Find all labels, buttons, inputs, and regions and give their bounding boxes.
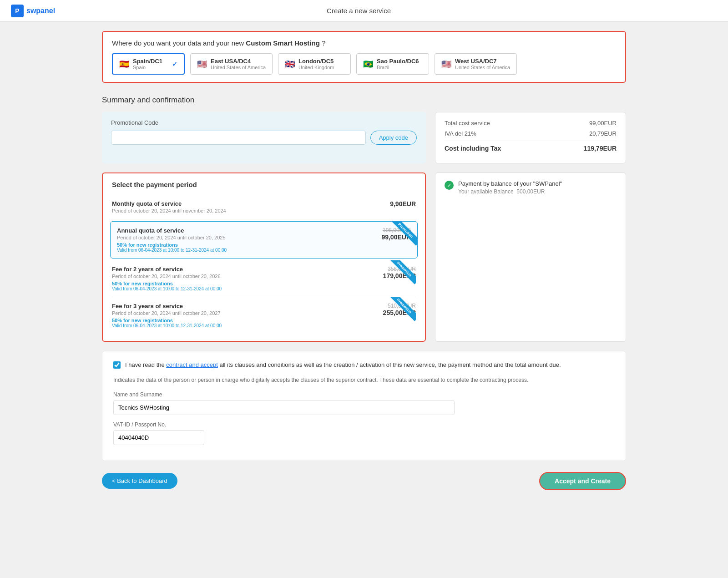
promo-input[interactable] <box>111 131 366 145</box>
discount-label-2year: 50% for new registrations <box>112 281 222 286</box>
main-content: Where do you want your data and your new… <box>91 22 637 508</box>
location-option-dc7[interactable]: 🇺🇸 West USA/DC7 United States of America <box>435 53 517 75</box>
balance-info: Payment by balance of your "SWPanel" You… <box>458 180 562 195</box>
loc-name-dc6: Sao Paulo/DC6 <box>377 58 419 65</box>
name-label: Name and Surname <box>113 391 615 398</box>
cost-total-service-label: Total cost service <box>445 120 490 127</box>
summary-section-title: Summary and confirmation <box>102 96 626 105</box>
period-header-annual: Annual quota of service Period of octobe… <box>117 227 411 253</box>
flag-spain: 🇪🇸 <box>119 59 129 69</box>
check-circle-icon: ✓ <box>445 181 454 190</box>
loc-country-dc7: United States of America <box>455 65 510 70</box>
period-right-annual: 198,00EUR 99,00EUR <box>381 227 411 241</box>
period-left-2year: Fee for 2 years of service Period of oct… <box>112 266 222 291</box>
loc-name-dc5: London/DC5 <box>298 58 334 65</box>
promo-input-row: Apply code <box>111 131 417 145</box>
topbar: P swpanel Create a new service <box>0 0 728 22</box>
period-left-3year: Fee for 3 years of service Period of oct… <box>112 303 222 328</box>
loc-country-dc5: United Kingdom <box>298 65 334 70</box>
footer-buttons: < Back to Dashboard Accept and Create <box>102 472 626 499</box>
loc-country-dc4: United States of America <box>211 65 266 70</box>
period-dates-monthly: Period of october 20, 2024 until novembe… <box>112 208 226 213</box>
flag-brazil: 🇧🇷 <box>363 59 373 69</box>
back-to-dashboard-button[interactable]: < Back to Dashboard <box>102 473 177 489</box>
discount-valid-2year: Valid from 06-04-2023 at 10:00 to 12-31-… <box>112 286 222 291</box>
accept-create-button[interactable]: Accept and Create <box>539 472 626 490</box>
apply-code-button[interactable]: Apply code <box>370 131 417 145</box>
balance-box: ✓ Payment by balance of your "SWPanel" Y… <box>435 172 626 342</box>
period-right-monthly: 9,90EUR <box>390 200 416 208</box>
period-option-annual[interactable]: Annual quota of service Period of octobe… <box>110 221 418 259</box>
location-option-dc6[interactable]: 🇧🇷 Sao Paulo/DC6 Brazil <box>356 53 429 75</box>
period-option-3year[interactable]: Fee for 3 years of service Period of oct… <box>112 297 416 334</box>
loc-info-dc6: Sao Paulo/DC6 Brazil <box>377 58 419 70</box>
loc-info-dc1: Spain/DC1 Spain <box>133 58 162 70</box>
period-right-3year: 510,00EUR 255,00EUR <box>383 303 416 316</box>
contract-box: I have read the contract and accept all … <box>102 351 626 461</box>
loc-name-dc7: West USA/DC7 <box>455 58 510 65</box>
period-option-2year[interactable]: Fee for 2 years of service Period of oct… <box>112 260 416 297</box>
location-question: Where do you want your data and your new… <box>112 39 616 47</box>
cost-tax-value: 119,79EUR <box>584 145 617 152</box>
cost-iva-value: 20,79EUR <box>589 130 617 137</box>
loc-name-dc1: Spain/DC1 <box>133 58 162 65</box>
period-header-3year: Fee for 3 years of service Period of oct… <box>112 303 416 328</box>
period-option-monthly[interactable]: Monthly quota of service Period of octob… <box>112 195 416 219</box>
period-left-monthly: Monthly quota of service Period of octob… <box>112 200 226 213</box>
loc-info-dc4: East USA/DC4 United States of America <box>211 58 266 70</box>
name-form-row: Name and Surname <box>113 391 615 415</box>
period-dates-3year: Period of october 20, 2024 until october… <box>112 310 222 316</box>
period-dates-annual: Period of october 20, 2024 until october… <box>117 235 227 240</box>
logo-icon: P <box>11 5 24 17</box>
period-right-2year: 358,00EUR 179,00EUR <box>383 266 416 279</box>
period-name-3year: Fee for 3 years of service <box>112 303 222 309</box>
name-input[interactable] <box>113 400 455 415</box>
period-name-annual: Annual quota of service <box>117 227 227 234</box>
loc-country-dc1: Spain <box>133 65 162 70</box>
location-option-dc5[interactable]: 🇬🇧 London/DC5 United Kingdom <box>278 53 351 75</box>
period-price-3year: 255,00EUR <box>383 309 416 316</box>
payment-period-title: Select the payment period <box>112 181 416 188</box>
discount-label-3year: 50% for new registrations <box>112 318 222 323</box>
flag-uk: 🇬🇧 <box>285 59 295 69</box>
promo-label: Promotional Code <box>111 119 417 126</box>
cost-iva-row: IVA del 21% 20,79EUR <box>445 130 617 137</box>
discount-label-annual: 50% for new registrations <box>117 242 227 248</box>
period-price-2year: 179,00EUR <box>383 272 416 279</box>
location-options: 🇪🇸 Spain/DC1 Spain ✓ 🇺🇸 East USA/DC4 Uni… <box>112 53 616 75</box>
logo[interactable]: P swpanel <box>11 5 55 17</box>
vat-form-row: VAT-ID / Passport No. <box>113 421 615 445</box>
discount-valid-annual: Valid from 06-04-2023 at 10:00 to 12-31-… <box>117 248 227 253</box>
cost-iva-label: IVA del 21% <box>445 130 476 137</box>
selected-check-icon: ✓ <box>172 61 177 68</box>
period-name-2year: Fee for 2 years of service <box>112 266 222 273</box>
period-header-2year: Fee for 2 years of service Period of oct… <box>112 266 416 291</box>
period-left-annual: Annual quota of service Period of octobe… <box>117 227 227 253</box>
cost-total-service-row: Total cost service 99,00EUR <box>445 120 617 127</box>
contract-note: Indicates the data of the person or pers… <box>113 376 615 384</box>
period-header-monthly: Monthly quota of service Period of octob… <box>112 200 416 213</box>
period-name-monthly: Monthly quota of service <box>112 200 226 207</box>
cost-box: Total cost service 99,00EUR IVA del 21% … <box>435 112 626 163</box>
contract-link[interactable]: contract and accept <box>166 361 217 368</box>
balance-title: Payment by balance of your "SWPanel" <box>458 180 562 187</box>
cost-tax-row: Cost including Tax 119,79EUR <box>445 141 617 152</box>
period-price-monthly: 9,90EUR <box>390 200 416 208</box>
vat-input[interactable] <box>113 430 204 445</box>
vat-label: VAT-ID / Passport No. <box>113 421 615 428</box>
location-option-dc1[interactable]: 🇪🇸 Spain/DC1 Spain ✓ <box>112 53 185 75</box>
period-price-original-annual: 198,00EUR <box>381 227 411 233</box>
loc-info-dc7: West USA/DC7 United States of America <box>455 58 510 70</box>
loc-country-dc6: Brazil <box>377 65 419 70</box>
loc-info-dc5: London/DC5 United Kingdom <box>298 58 334 70</box>
summary-grid: Promotional Code Apply code Total cost s… <box>102 112 626 163</box>
period-price-annual: 99,00EUR <box>381 233 411 241</box>
contract-checkbox[interactable] <box>113 361 121 369</box>
location-option-dc4[interactable]: 🇺🇸 East USA/DC4 United States of America <box>190 53 273 75</box>
payment-grid: Select the payment period Monthly quota … <box>102 172 626 342</box>
contract-check-row: I have read the contract and accept all … <box>113 360 615 370</box>
location-box: Where do you want your data and your new… <box>102 31 626 83</box>
balance-amount: Your available Balance 500,00EUR <box>458 188 562 195</box>
cost-total-service-value: 99,00EUR <box>589 120 617 127</box>
balance-row: ✓ Payment by balance of your "SWPanel" Y… <box>445 180 617 195</box>
